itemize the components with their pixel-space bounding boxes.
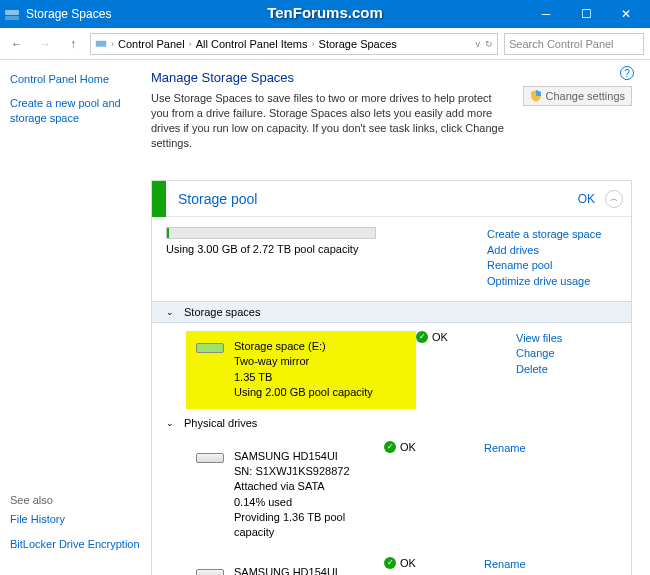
breadcrumb-item[interactable]: All Control Panel Items (196, 38, 308, 50)
space-type: Two-way mirror (234, 354, 384, 369)
breadcrumb[interactable]: › Control Panel › All Control Panel Item… (90, 33, 498, 55)
pool-status: OK (578, 192, 595, 206)
drive-used: 0.14% used (234, 495, 384, 510)
drive-icon (196, 453, 224, 471)
drive-icon (196, 343, 224, 361)
sidebar-home-link[interactable]: Control Panel Home (10, 72, 135, 86)
sidebar-create-pool-link[interactable]: Create a new pool and storage space (10, 96, 135, 125)
sidebar-file-history-link[interactable]: File History (10, 512, 140, 526)
shield-icon (530, 90, 542, 102)
check-icon: ✓ (384, 441, 396, 453)
navbar: ← → ↑ › Control Panel › All Control Pane… (0, 28, 650, 60)
sidebar: Control Panel Home Create a new pool and… (0, 60, 145, 575)
pool-usage-bar (166, 227, 376, 239)
storage-spaces-section[interactable]: ⌄ Storage spaces (152, 301, 631, 323)
titlebar: Storage Spaces ─ ☐ ✕ (0, 0, 650, 28)
pool-status-stripe (152, 181, 166, 217)
app-icon (4, 6, 20, 22)
sidebar-bitlocker-link[interactable]: BitLocker Drive Encryption (10, 537, 140, 551)
add-drives-link[interactable]: Add drives (487, 243, 617, 258)
chevron-right-icon: › (111, 39, 114, 49)
chevron-right-icon: › (312, 39, 315, 49)
page-description: Use Storage Spaces to save files to two … (151, 91, 511, 150)
view-files-link[interactable]: View files (516, 331, 562, 346)
chevron-right-icon: › (189, 39, 192, 49)
change-link[interactable]: Change (516, 346, 562, 361)
chevron-down-icon: ⌄ (166, 418, 174, 428)
physical-drive-item: SAMSUNG HD154UI SN: S1XWJ1KS928871 Attac… (166, 557, 384, 575)
drive-sn: SN: S1XWJ1KS928872 (234, 464, 384, 479)
rename-drive-link[interactable]: Rename (484, 557, 526, 572)
search-input[interactable]: Search Control Panel (504, 33, 644, 55)
see-also-heading: See also (10, 494, 140, 506)
rename-pool-link[interactable]: Rename pool (487, 258, 617, 273)
drive-icon (196, 569, 224, 575)
svg-rect-0 (5, 10, 19, 15)
status-ok: ✓ OK (416, 331, 476, 343)
pool-header: Storage pool OK ︿ (152, 181, 631, 217)
drive-attach: Attached via SATA (234, 479, 384, 494)
breadcrumb-item[interactable]: Storage Spaces (319, 38, 397, 50)
collapse-button[interactable]: ︿ (605, 190, 623, 208)
chevron-down-icon: ⌄ (166, 307, 174, 317)
status-ok: ✓ OK (384, 441, 444, 453)
status-ok: ✓ OK (384, 557, 444, 569)
main-content: ? Manage Storage Spaces Use Storage Spac… (145, 60, 650, 575)
create-space-link[interactable]: Create a storage space (487, 227, 617, 242)
drive-name: SAMSUNG HD154UI (234, 565, 384, 575)
rename-drive-link[interactable]: Rename (484, 441, 526, 456)
close-button[interactable]: ✕ (606, 0, 646, 28)
back-button[interactable]: ← (6, 33, 28, 55)
drive-prov: Providing 1.36 TB pool capacity (234, 510, 384, 541)
check-icon: ✓ (384, 557, 396, 569)
svg-rect-2 (96, 40, 107, 46)
storage-pool-panel: Storage pool OK ︿ Using 3.00 GB of 2.72 … (151, 180, 632, 575)
physical-drives-section[interactable]: ⌄ Physical drives (152, 413, 631, 433)
delete-link[interactable]: Delete (516, 362, 562, 377)
forward-button[interactable]: → (34, 33, 56, 55)
space-size: 1.35 TB (234, 370, 384, 385)
pool-usage-text: Using 3.00 GB of 2.72 TB pool capacity (166, 243, 376, 255)
svg-rect-1 (5, 16, 19, 20)
space-name: Storage space (E:) (234, 339, 384, 354)
space-usage: Using 2.00 GB pool capacity (234, 385, 384, 400)
breadcrumb-icon (95, 37, 107, 51)
help-icon[interactable]: ? (620, 66, 634, 80)
up-button[interactable]: ↑ (62, 33, 84, 55)
window-title: Storage Spaces (26, 7, 111, 21)
breadcrumb-item[interactable]: Control Panel (118, 38, 185, 50)
optimize-link[interactable]: Optimize drive usage (487, 274, 617, 289)
page-heading: Manage Storage Spaces (151, 70, 632, 85)
chevron-down-icon[interactable]: v ↻ (471, 39, 493, 49)
drive-name: SAMSUNG HD154UI (234, 449, 384, 464)
storage-space-item[interactable]: Storage space (E:) Two-way mirror 1.35 T… (186, 331, 416, 409)
check-icon: ✓ (416, 331, 428, 343)
pool-title: Storage pool (178, 191, 578, 207)
change-settings-button[interactable]: Change settings (523, 86, 633, 106)
maximize-button[interactable]: ☐ (566, 0, 606, 28)
physical-drive-item: SAMSUNG HD154UI SN: S1XWJ1KS928872 Attac… (166, 441, 384, 549)
minimize-button[interactable]: ─ (526, 0, 566, 28)
